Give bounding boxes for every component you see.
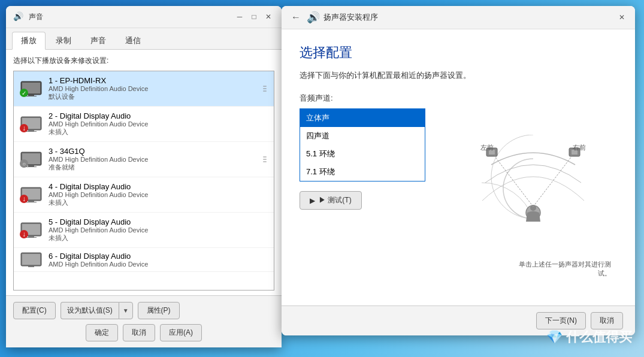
device-list[interactable]: ✓ 1 - EP-HDMI-RX AMD High Definition Aud… xyxy=(13,71,274,291)
device-info-2: 2 - Digital Display Audio AMD High Defin… xyxy=(49,111,268,137)
channel-item-51[interactable]: 5.1 环绕 xyxy=(300,145,425,163)
device-icon-6 xyxy=(20,252,43,268)
tab-playback[interactable]: 播放 xyxy=(12,32,46,50)
device-name-5: 5 - Digital Display Audio xyxy=(49,217,268,226)
speaker-titlebar: ← 🔊 扬声器安装程序 ✕ xyxy=(282,6,635,29)
set-default-dropdown[interactable]: ▼ xyxy=(119,302,133,319)
cancel-button[interactable]: 取消 xyxy=(123,324,155,341)
left-front-label: 左前 xyxy=(480,143,494,152)
device-icon-4: ↓ xyxy=(20,186,43,203)
svg-rect-15 xyxy=(26,202,37,202)
device-icon-2: ↓ xyxy=(20,116,43,132)
device-status-1: 默认设备 xyxy=(49,92,256,101)
device-icon-3: ○ xyxy=(20,151,43,168)
device-item-1[interactable]: ✓ 1 - EP-HDMI-RX AMD High Definition Aud… xyxy=(14,71,274,107)
speaker-cancel-button[interactable]: 取消 xyxy=(591,312,623,329)
maximize-button[interactable]: □ xyxy=(248,11,260,23)
speaker-main-area: 音频声道: 立体声 四声道 5.1 环绕 7.1 环绕 ▶ ▶ 测试(T) xyxy=(300,93,617,296)
hint-text: 单击上述任一扬声器对其进行测试。 xyxy=(515,260,611,278)
set-default-button[interactable]: 设为默认值(S) xyxy=(61,302,119,319)
button-row-2: 确定 取消 应用(A) xyxy=(13,324,274,341)
properties-button[interactable]: 属性(P) xyxy=(138,302,180,319)
back-button[interactable]: ← xyxy=(289,12,303,23)
status-badge-4: ↓ xyxy=(20,195,28,203)
svg-rect-22 xyxy=(28,266,34,267)
minimize-button[interactable]: ─ xyxy=(234,11,246,23)
tab-communication[interactable]: 通信 xyxy=(116,32,150,49)
svg-rect-2 xyxy=(28,95,34,96)
device-item-5[interactable]: ↓ 5 - Digital Display Audio AMD High Def… xyxy=(14,213,274,248)
tab-bar: 播放 录制 声音 通信 xyxy=(6,28,282,50)
set-default-split-button: 设为默认值(S) ▼ xyxy=(61,302,133,319)
speaker-title-left: ← 🔊 扬声器安装程序 xyxy=(289,11,378,24)
watermark: 💎 什么值得买 xyxy=(546,328,632,346)
channel-list: 立体声 四声道 5.1 环绕 7.1 环绕 xyxy=(300,108,425,181)
device-name-2: 2 - Digital Display Audio xyxy=(49,111,268,120)
sound-icon: 🔊 xyxy=(13,11,23,21)
close-button[interactable]: ✕ xyxy=(262,11,274,23)
device-driver-5: AMD High Definition Audio Device xyxy=(49,226,268,234)
svg-point-24 xyxy=(530,205,536,211)
device-name-4: 4 - Digital Display Audio xyxy=(49,182,268,191)
speaker-close-button[interactable]: ✕ xyxy=(616,11,628,23)
speaker-heading: 选择配置 xyxy=(300,44,617,62)
device-driver-4: AMD High Definition Audio Device xyxy=(49,191,268,198)
left-panel: 音频声道: 立体声 四声道 5.1 环绕 7.1 环绕 ▶ ▶ 测试(T) xyxy=(300,93,437,296)
status-badge-2: ↓ xyxy=(20,124,28,132)
tab-recording[interactable]: 录制 xyxy=(47,32,80,49)
device-name-3: 3 - 34G1Q xyxy=(49,147,256,156)
device-icon-1: ✓ xyxy=(20,80,43,97)
speaker-installer-dialog: ← 🔊 扬声器安装程序 ✕ 选择配置 选择下面与你的计算机配置最相近的扬声器设置… xyxy=(282,6,635,335)
device-status-3: 准备就绪 xyxy=(49,163,256,172)
next-button[interactable]: 下一页(N) xyxy=(536,312,586,329)
svg-line-29 xyxy=(494,156,533,207)
right-front-label: 右前 xyxy=(573,143,586,152)
channel-item-71[interactable]: 7.1 环绕 xyxy=(300,163,425,181)
svg-rect-18 xyxy=(28,236,34,237)
device-name-1: 1 - EP-HDMI-RX xyxy=(49,76,256,85)
device-item-4[interactable]: ↓ 4 - Digital Display Audio AMD High Def… xyxy=(14,177,274,213)
device-status-5: 未插入 xyxy=(49,234,268,243)
section-label: 选择以下播放设备来修改设置: xyxy=(13,56,274,66)
sound-dialog-title: 🔊 声音 xyxy=(13,11,43,22)
device-info-6: 6 - Digital Display Audio AMD High Defin… xyxy=(49,252,268,268)
device-icon-5: ↓ xyxy=(20,222,43,238)
svg-rect-7 xyxy=(26,131,37,132)
dialog-content-area: 选择以下播放设备来修改设置: ✓ 1 - EP-HDMI-RX AMD High… xyxy=(6,50,282,295)
configure-button[interactable]: 配置(C) xyxy=(13,302,56,319)
device-driver-2: AMD High Definition Audio Device xyxy=(49,120,268,128)
svg-rect-6 xyxy=(28,130,34,131)
speaker-window-controls: ✕ xyxy=(616,11,628,23)
watermark-icon: 💎 xyxy=(546,329,566,344)
status-badge-default: ✓ xyxy=(20,89,28,97)
dialog-footer: 配置(C) 设为默认值(S) ▼ 属性(P) 确定 取消 应用(A) xyxy=(6,295,282,347)
button-row-1: 配置(C) 设为默认值(S) ▼ 属性(P) xyxy=(13,302,274,319)
test-button[interactable]: ▶ ▶ 测试(T) xyxy=(300,191,362,210)
tab-sounds[interactable]: 声音 xyxy=(81,32,115,49)
svg-rect-19 xyxy=(26,237,37,238)
device-info-1: 1 - EP-HDMI-RX AMD High Definition Audio… xyxy=(49,76,256,101)
device-item-3[interactable]: ○ 3 - 34G1Q AMD High Definition Audio De… xyxy=(14,142,274,177)
device-status-4: 未插入 xyxy=(49,198,268,207)
svg-rect-21 xyxy=(22,254,40,265)
status-badge-5: ↓ xyxy=(20,230,28,238)
apply-button[interactable]: 应用(A) xyxy=(160,324,202,341)
svg-rect-3 xyxy=(26,96,37,96)
right-panel: 左前 右前 单击上述任一扬声器对其进行测试。 xyxy=(449,93,617,296)
device-item-2[interactable]: ↓ 2 - Digital Display Audio AMD High Def… xyxy=(14,107,274,142)
speaker-icon: 🔊 xyxy=(307,11,320,24)
channel-item-quad[interactable]: 四声道 xyxy=(300,127,425,145)
scrollbar-indicator-2 xyxy=(262,156,268,162)
speaker-diagram-container: 左前 右前 xyxy=(473,135,593,255)
ok-button[interactable]: 确定 xyxy=(86,324,118,341)
device-driver-3: AMD High Definition Audio Device xyxy=(49,156,256,163)
play-icon: ▶ xyxy=(310,196,315,205)
device-info-4: 4 - Digital Display Audio AMD High Defin… xyxy=(49,182,268,207)
device-status-2: 未插入 xyxy=(49,128,268,137)
channel-item-stereo[interactable]: 立体声 xyxy=(300,109,425,127)
device-info-5: 5 - Digital Display Audio AMD High Defin… xyxy=(49,217,268,243)
scrollbar-indicator xyxy=(262,86,268,92)
device-item-6[interactable]: 6 - Digital Display Audio AMD High Defin… xyxy=(14,248,274,272)
device-driver-6: AMD High Definition Audio Device xyxy=(49,261,268,268)
status-badge-3: ○ xyxy=(20,159,28,168)
